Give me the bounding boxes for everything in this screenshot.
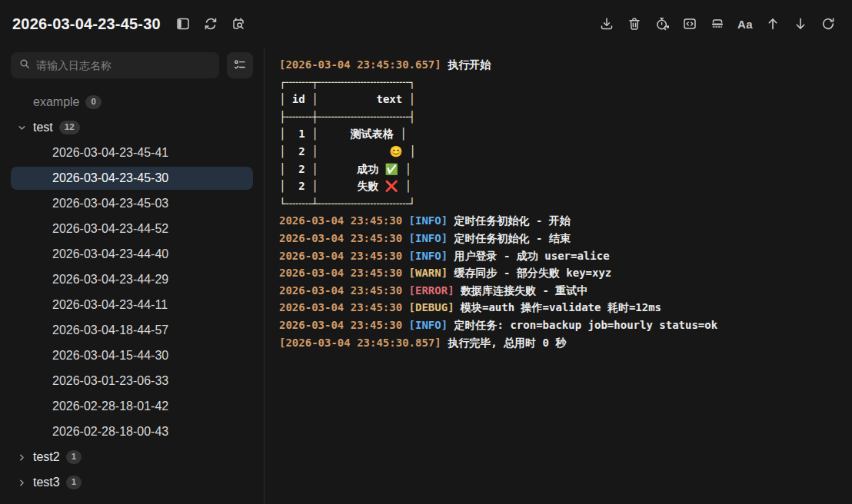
log-file-name: 2026-03-01-23-06-33 (52, 374, 168, 388)
toggle-divider-button[interactable] (706, 12, 729, 35)
log-file-name: 2026-02-28-18-01-42 (52, 400, 168, 413)
log-timestamp: 2026-03-04 23:45:30 (279, 284, 402, 297)
ascii-table-line: └╌╌╌╌┴╌╌╌╌╌╌╌╌╌╌╌╌╌╌┘ (279, 195, 852, 213)
log-entry: 2026-03-04 23:45:30[INFO]定时任务初始化 - 开始 (279, 212, 852, 230)
chevron-right-icon (15, 476, 28, 489)
table-border: └╌╌╌╌┴╌╌╌╌╌╌╌╌╌╌╌╌╌╌┘ (279, 197, 415, 210)
table-border: ┌╌╌╌╌┬╌╌╌╌╌╌╌╌╌╌╌╌╌╌┐ (279, 76, 415, 88)
log-file-item[interactable]: 2026-03-04-23-44-11 (11, 293, 253, 317)
sidebar-group-example[interactable]: example 0 (11, 91, 253, 114)
table-cell-text: 失败 ❌ (318, 180, 405, 192)
log-file-name: 2026-03-04-18-44-57 (52, 323, 168, 337)
sidebar-group-test2[interactable]: test2 1 (11, 446, 253, 469)
table-border: │ (311, 163, 318, 175)
log-file-item[interactable]: 2026-03-04-23-44-40 (11, 243, 253, 266)
log-file-item[interactable]: 2026-03-04-23-44-52 (11, 217, 253, 240)
table-border: │ (311, 145, 318, 158)
log-file-name: 2026-03-04-23-44-29 (52, 273, 168, 287)
log-level-badge: [WARN] (409, 267, 448, 279)
app-shell: example 0 test 12 2026-03-04-23-45-41202… (0, 48, 852, 504)
log-level-badge: [INFO] (409, 214, 448, 227)
log-file-item[interactable]: 2026-03-04-23-45-30 (11, 167, 253, 190)
log-file-item[interactable]: 2026-03-01-23-06-33 (11, 370, 253, 393)
table-border: │ (311, 128, 318, 140)
auto-refresh-timer-button[interactable] (651, 12, 674, 35)
table-cell-id: 2 (285, 145, 311, 158)
log-entry: 2026-03-04 23:45:30[INFO]定时任务: cron=back… (279, 317, 852, 334)
page-title: 2026-03-04-23-45-30 (12, 15, 161, 33)
toggle-code-view-button[interactable] (678, 12, 701, 35)
scroll-to-bottom-button[interactable] (789, 12, 812, 35)
refresh-list-button[interactable] (199, 12, 222, 35)
count-badge: 1 (66, 476, 82, 489)
reload-icon (820, 16, 836, 32)
table-cell-text: 😊 (318, 145, 410, 158)
filter-button[interactable] (227, 52, 253, 78)
log-entry: 2026-03-04 23:45:30[ERROR]数据库连接失败 - 重试中 (279, 282, 852, 300)
download-log-button[interactable] (595, 12, 618, 35)
count-badge: 0 (85, 95, 101, 109)
log-message: 用户登录 - 成功 user=alice (454, 250, 610, 262)
font-size-button[interactable]: Aa (734, 12, 757, 35)
table-border: │ (409, 93, 415, 105)
scroll-to-top-button[interactable] (761, 12, 784, 35)
log-file-item[interactable]: 2026-03-04-23-45-03 (11, 192, 253, 215)
search-row (11, 52, 253, 78)
table-cell-id: 1 (285, 128, 311, 140)
table-cell-text: 成功 ✅ (318, 163, 405, 175)
checklist-icon (233, 58, 247, 74)
code-block-icon (682, 16, 697, 32)
table-cell-id: 2 (285, 163, 311, 175)
search-box[interactable] (11, 52, 219, 78)
log-tree: example 0 test 12 2026-03-04-23-45-41202… (11, 91, 253, 494)
group-label: test3 (33, 476, 60, 489)
log-timestamp: 2026-03-04 23:45:30 (279, 319, 402, 331)
panel-left-icon (175, 16, 191, 32)
reload-log-button[interactable] (817, 12, 840, 35)
sidebar-group-test[interactable]: test 12 (11, 116, 253, 139)
toggle-sidebar-button[interactable] (171, 12, 195, 35)
log-file-name: 2026-03-04-23-44-40 (52, 247, 168, 261)
ascii-table-line: │ 2 │ 失败 ❌ │ (279, 177, 852, 195)
table-cell-id: 2 (285, 180, 311, 192)
chevron-down-icon (15, 121, 28, 134)
delete-log-button[interactable] (623, 12, 646, 35)
log-entry: 2026-03-04 23:45:30[DEBUG]模块=auth 操作=val… (279, 299, 852, 317)
log-timestamp: 2026-03-04 23:45:30 (279, 232, 402, 244)
ascii-table-line: │ id │ text │ (279, 91, 852, 108)
log-file-item[interactable]: 2026-03-04-23-44-29 (11, 268, 253, 291)
font-size-icon: Aa (737, 18, 753, 31)
log-file-item[interactable]: 2026-02-28-18-00-43 (11, 420, 253, 443)
search-input[interactable] (36, 59, 211, 71)
table-border: ├╌╌╌╌┼╌╌╌╌╌╌╌╌╌╌╌╌╌╌┤ (279, 111, 415, 123)
sidebar-group-test3[interactable]: test3 1 (11, 471, 253, 494)
log-file-item[interactable]: 2026-03-04-23-45-41 (11, 141, 253, 164)
ascii-table-line: ┌╌╌╌╌┬╌╌╌╌╌╌╌╌╌╌╌╌╌╌┐ (279, 74, 852, 91)
calendar-search-icon (231, 16, 246, 32)
log-file-item[interactable]: 2026-03-04-15-44-30 (11, 344, 253, 367)
table-cell-id: id (285, 93, 311, 105)
log-file-name: 2026-03-04-23-45-30 (52, 171, 168, 185)
top-bar: 2026-03-04-23-45-30 Aa (0, 0, 852, 48)
log-level-badge: [INFO] (409, 232, 448, 244)
table-border: │ (311, 93, 318, 105)
log-message: 定时任务: cron=backup job=hourly status=ok (454, 319, 718, 331)
log-level-badge: [INFO] (409, 319, 448, 331)
search-logs-by-date-button[interactable] (227, 12, 250, 35)
sidebar: example 0 test 12 2026-03-04-23-45-41202… (0, 48, 265, 504)
count-badge: 1 (66, 450, 82, 464)
log-timestamp: 2026-03-04 23:45:30 (279, 301, 402, 313)
timer-refresh-icon (654, 16, 670, 32)
log-file-item[interactable]: 2026-02-28-18-01-42 (11, 395, 253, 418)
ascii-table: ┌╌╌╌╌┬╌╌╌╌╌╌╌╌╌╌╌╌╌╌┐│ id │ text │├╌╌╌╌┼… (279, 74, 852, 213)
log-timestamp: 2026-03-04 23:45:30 (279, 267, 402, 279)
log-end-line: [2026-03-04 23:45:30.857]执行完毕, 总用时 0 秒 (279, 334, 852, 352)
log-entries: 2026-03-04 23:45:30[INFO]定时任务初始化 - 开始202… (279, 212, 852, 333)
log-file-name: 2026-03-04-23-44-11 (52, 298, 168, 312)
toolbar-left (171, 12, 250, 35)
trash-icon (627, 16, 642, 32)
table-border: │ (409, 145, 415, 158)
table-border: │ (311, 180, 318, 192)
log-file-name: 2026-03-04-23-44-52 (52, 222, 168, 236)
log-file-item[interactable]: 2026-03-04-18-44-57 (11, 319, 253, 342)
